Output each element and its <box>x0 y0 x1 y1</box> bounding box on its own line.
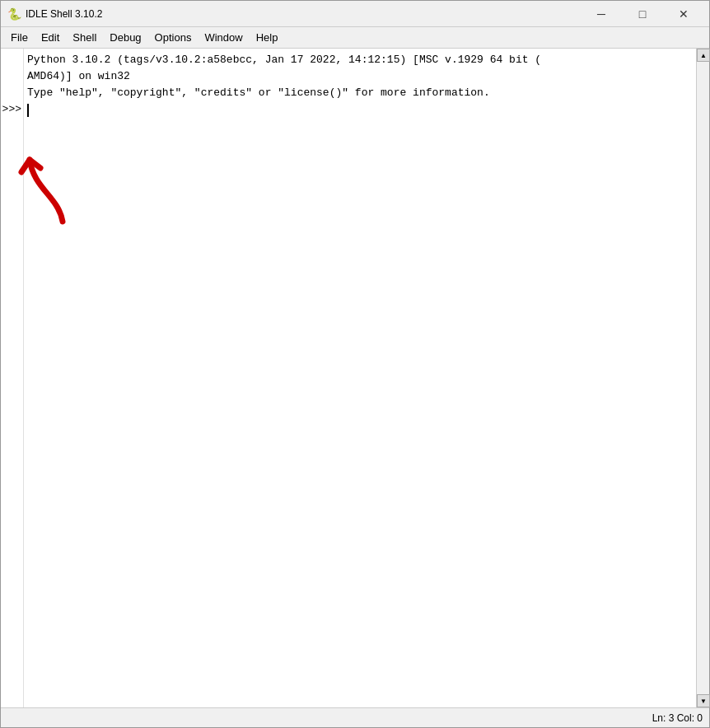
scroll-down-button[interactable]: ▼ <box>697 694 710 707</box>
menu-window[interactable]: Window <box>198 29 249 46</box>
window-title: IDLE Shell 3.10.2 <box>26 8 582 20</box>
maximize-button[interactable]: □ <box>624 1 661 27</box>
title-bar: 🐍 IDLE Shell 3.10.2 ─ □ ✕ <box>1 1 709 27</box>
menu-bar: File Edit Shell Debug Options Window Hel… <box>1 27 709 49</box>
status-bar: Ln: 3 Col: 0 <box>1 707 709 727</box>
menu-file[interactable]: File <box>4 29 35 46</box>
text-cursor <box>27 104 29 117</box>
gutter-line-1 <box>1 52 23 68</box>
window-controls: ─ □ ✕ <box>582 1 703 27</box>
shell-text-area[interactable]: Python 3.10.2 (tags/v3.10.2:a58ebcc, Jan… <box>24 49 696 707</box>
output-line-1: Python 3.10.2 (tags/v3.10.2:a58ebcc, Jan… <box>27 52 696 68</box>
gutter-line-2 <box>1 68 23 85</box>
scrollbar[interactable]: ▲ ▼ <box>696 49 709 707</box>
gutter-prompt-symbol: >>> <box>1 101 23 118</box>
line-gutter: >>> <box>1 49 24 707</box>
menu-shell[interactable]: Shell <box>66 29 103 46</box>
cursor-position: Ln: 3 Col: 0 <box>652 712 703 724</box>
input-line[interactable] <box>27 101 696 118</box>
scrollbar-track[interactable] <box>697 62 709 694</box>
gutter-line-3 <box>1 85 23 101</box>
idle-window: 🐍 IDLE Shell 3.10.2 ─ □ ✕ File Edit Shel… <box>0 0 710 728</box>
menu-edit[interactable]: Edit <box>35 29 66 46</box>
menu-options[interactable]: Options <box>148 29 199 46</box>
minimize-button[interactable]: ─ <box>582 1 620 27</box>
app-icon: 🐍 <box>7 7 21 21</box>
scroll-up-button[interactable]: ▲ <box>697 49 710 62</box>
output-line-2: AMD64)] on win32 <box>27 68 696 85</box>
close-button[interactable]: ✕ <box>665 1 703 27</box>
menu-help[interactable]: Help <box>250 29 285 46</box>
output-line-3: Type "help", "copyright", "credits" or "… <box>27 85 696 101</box>
menu-debug[interactable]: Debug <box>103 29 147 46</box>
shell-area[interactable]: >>> Python 3.10.2 (tags/v3.10.2:a58ebcc,… <box>1 49 709 707</box>
